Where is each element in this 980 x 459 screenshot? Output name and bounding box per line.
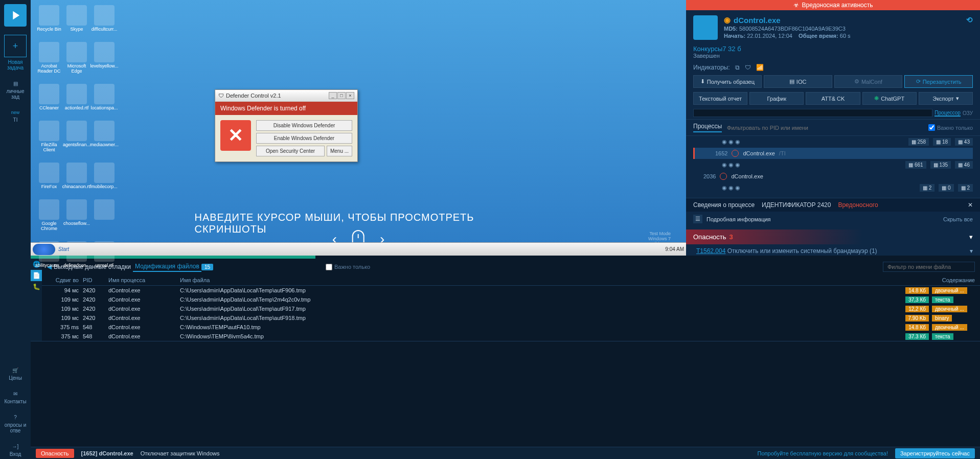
col-file[interactable]: Имя файла: [180, 277, 898, 283]
window-title: Defender Control v2.1: [226, 93, 281, 99]
open-security-button[interactable]: Open Security Center: [256, 146, 325, 156]
important-checkbox[interactable]: Важно только: [326, 264, 370, 270]
tab-files[interactable]: Модификация файлов: [133, 262, 201, 272]
important-only-checkbox[interactable]: Важно только: [928, 124, 973, 131]
process-filter-input[interactable]: [727, 125, 923, 131]
desktop-icon[interactable]: CCleaner: [36, 84, 62, 110]
sidebar-item-login[interactable]: →]Вход: [8, 442, 24, 459]
cpu-label: Процессор: [935, 110, 961, 117]
shield-icon[interactable]: 🛡: [745, 64, 751, 71]
list-icon: ▤: [789, 78, 794, 85]
desktop-icon[interactable]: mobilecorp...: [91, 163, 118, 189]
sandbox-desktop[interactable]: Recycle BinSkypedifficultcurr...Acrobat …: [31, 0, 686, 256]
chatgpt-button[interactable]: ❋ChatGPT: [862, 92, 917, 105]
signal-icon[interactable]: 📶: [756, 64, 764, 71]
gear-icon: ⚙: [854, 78, 859, 85]
copy-icon[interactable]: ⧉: [735, 64, 740, 71]
new-task-button[interactable]: + Новая задача: [0, 33, 31, 73]
maximize-icon[interactable]: □: [337, 92, 346, 99]
status-label: Завершен: [686, 53, 980, 62]
process-id: ИДЕНТИФИКАТОР 2420: [762, 201, 831, 209]
logo[interactable]: [4, 4, 27, 27]
desktop-icon[interactable]: Skype: [63, 5, 90, 32]
malicious-banner: ☣ Вредоносная активность: [686, 0, 980, 10]
desktop-icon[interactable]: Microsoft Edge: [63, 42, 90, 74]
process-row[interactable]: 2036dControl.exe: [693, 171, 973, 182]
sidebar-item-personal[interactable]: ▤ личные зад: [0, 79, 31, 102]
close-icon[interactable]: ×: [346, 92, 354, 99]
register-button[interactable]: Зарегистрируйтесь сейчас: [895, 448, 975, 458]
table-row[interactable]: 94 мс2420dControl.exeC:\Users\admin\AppD…: [42, 286, 980, 295]
filename-filter-input[interactable]: [883, 262, 975, 272]
table-row[interactable]: 109 мс2420dControl.exeC:\Users\admin\App…: [42, 304, 980, 313]
desktop-icon[interactable]: Recycle Bin: [36, 5, 62, 32]
processes-tab[interactable]: Процессы: [693, 123, 722, 132]
window-titlebar[interactable]: 🛡 Defender Control v2.1 _ □ ×: [215, 90, 357, 102]
graph-button[interactable]: График: [749, 92, 804, 105]
table-row[interactable]: 109 мс2420dControl.exeC:\Users\admin\App…: [42, 295, 980, 304]
chevron-down-icon: ▾: [956, 95, 959, 102]
start-button[interactable]: [33, 244, 55, 255]
cart-icon: 🛒: [12, 368, 18, 373]
export-button[interactable]: Экспорт ▾: [919, 92, 973, 105]
desktop-icon[interactable]: Acrobat Reader DC: [36, 42, 62, 74]
process-row[interactable]: 1652dControl.exe/TI: [693, 148, 973, 159]
restart-button[interactable]: ⟳Перезапустить: [904, 75, 973, 88]
get-sample-button[interactable]: ⬇Получить образец: [693, 75, 762, 88]
footer-process: [1652] dControl.exe: [81, 450, 133, 456]
desktop-icon[interactable]: FireFox: [36, 163, 62, 189]
desktop-icon[interactable]: chooseflow...: [63, 199, 90, 231]
text-report-button[interactable]: Текстовый отчет: [693, 92, 747, 105]
tool-bug-icon[interactable]: 🐛: [31, 281, 42, 292]
table-row[interactable]: 375 ms548dControl.exeC:\Windows\TEMP\aut…: [42, 323, 980, 332]
minimize-icon[interactable]: _: [329, 92, 337, 99]
sidebar-item-faq[interactable]: ?опросы и отве: [0, 412, 31, 435]
question-icon: ?: [14, 415, 17, 420]
desktop-icon[interactable]: mediaowner...: [91, 121, 118, 152]
label: Контакты: [4, 399, 26, 404]
col-content[interactable]: Содержание: [898, 277, 975, 283]
desktop-icon[interactable]: FileZilla Client: [36, 121, 62, 152]
md5-value: 58008524A6473BDF86C1040A9A9E39C3: [739, 26, 846, 32]
label: личные зад: [2, 88, 29, 100]
process-row[interactable]: ◉ ◉ ◉▦ 661▦ 135▦ 46: [693, 159, 973, 171]
status-banner: Windows Defender is turned off: [215, 102, 357, 115]
table-row[interactable]: 375 мс548dControl.exeC:\Windows\TEMP\8iv…: [42, 332, 980, 341]
desktop-icon[interactable]: Google Chrome: [36, 199, 62, 231]
label: Вход: [10, 451, 21, 457]
more-info-button[interactable]: Подробная информация: [706, 216, 771, 222]
ioc-button[interactable]: ▤IOC: [764, 75, 832, 88]
sidebar-item-prices[interactable]: 🛒Цены: [7, 365, 24, 383]
close-icon[interactable]: ✕: [968, 201, 973, 209]
process-row[interactable]: ◉ ◉ ◉▦ 2▦ 0▦ 2: [693, 182, 973, 194]
attck-button[interactable]: ATT& CK: [806, 92, 860, 105]
share-icon[interactable]: ⟲: [966, 15, 973, 25]
shield-icon: 🛡: [218, 93, 224, 99]
col-proc[interactable]: Имя процесса: [108, 277, 180, 283]
process-row[interactable]: ◉ ◉ ◉▦ 258▦ 18▦ 43: [693, 136, 973, 148]
malconf-button[interactable]: ⚙MalConf: [834, 75, 903, 88]
sidebar-item-contacts[interactable]: ✉Контакты: [2, 389, 28, 406]
desktop-icon[interactable]: agentsfinan...: [63, 121, 90, 152]
col-time[interactable]: Сдвиг во: [47, 277, 83, 283]
hide-all-button[interactable]: Скрыть все: [943, 216, 973, 222]
desktop-icon[interactable]: difficultcurr...: [91, 5, 118, 32]
tool-file-icon[interactable]: 📄: [31, 270, 42, 281]
danger-count: 3: [730, 233, 733, 241]
enable-defender-button[interactable]: Enable Windows Defender: [256, 133, 352, 144]
desktop-icon[interactable]: [91, 199, 118, 231]
desktop-icon[interactable]: locationspa...: [91, 84, 118, 110]
col-pid[interactable]: PID: [83, 277, 108, 283]
disable-defender-button[interactable]: Disable Windows Defender: [256, 120, 352, 131]
danger-header[interactable]: Опасность 3 ▾: [686, 230, 980, 244]
taskbar[interactable]: Start 9:04 AM: [31, 242, 686, 256]
desktop-icon[interactable]: levelsyellow...: [91, 42, 118, 74]
desktop-icon[interactable]: chinacanon.rtf: [63, 163, 90, 189]
desktop-icon[interactable]: actionled.rtf: [63, 84, 90, 110]
ram-label[interactable]: ОЗУ: [963, 110, 973, 116]
table-row[interactable]: 109 мс2420dControl.exeC:\Users\admin\App…: [42, 313, 980, 323]
sidebar-item-ti[interactable]: new TI: [9, 108, 22, 125]
menu-button[interactable]: Menu ...: [327, 146, 352, 156]
threat-item[interactable]: T1562.004 Отключить или изменить системн…: [686, 244, 980, 256]
tab-badge: 15: [201, 264, 213, 270]
